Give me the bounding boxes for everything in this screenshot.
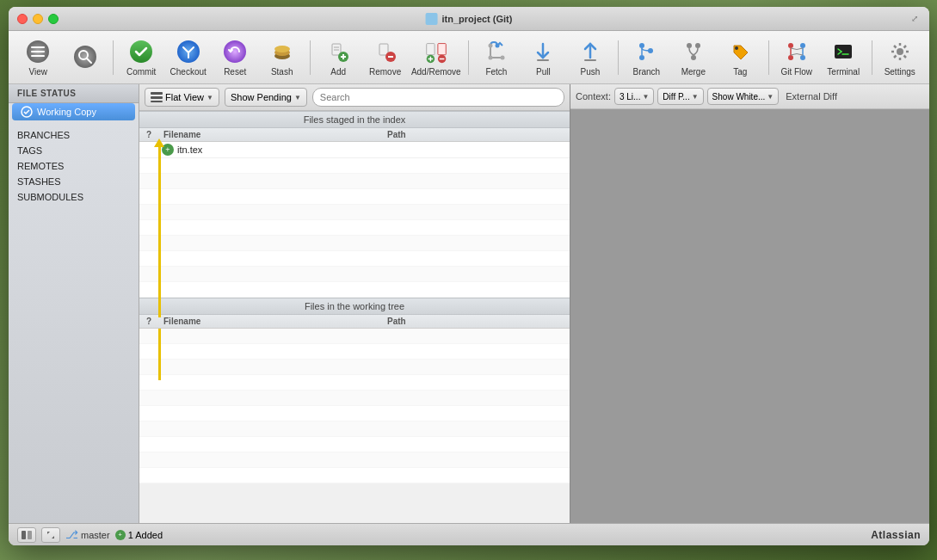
pull-button[interactable]: Pull (521, 35, 566, 80)
fetch-label: Fetch (485, 67, 507, 77)
checkout-icon (175, 38, 202, 65)
toolbar: View (9, 31, 929, 84)
branch-button[interactable]: Branch (624, 35, 669, 80)
resize-icon[interactable]: ⤢ (909, 13, 921, 25)
staged-file-row[interactable]: + itn.tex (139, 142, 570, 158)
stash-button[interactable]: Stash (259, 35, 305, 80)
working-tree-columns: ? Filename Path (139, 315, 570, 329)
whitespace-chevron: ▼ (767, 93, 774, 101)
terminal-icon (829, 38, 857, 65)
staged-file-name: itn.tex (177, 145, 392, 155)
yellow-arrow-line (158, 145, 161, 317)
stash-icon (268, 38, 296, 65)
svg-point-47 (788, 55, 793, 60)
checkout-button[interactable]: Checkout (165, 35, 211, 80)
fetch-button[interactable]: Fetch (474, 35, 520, 80)
title-bar: itn_project (Git) ⤢ (9, 7, 929, 31)
tag-button[interactable]: Tag (718, 35, 763, 80)
staged-files-header: Files staged in the index (139, 111, 570, 128)
branches-label: BRANCHES (17, 130, 70, 140)
diff-panel: Context: 3 Li... ▼ Diff P... ▼ Show Whit… (570, 84, 929, 523)
yellow-arrow-line-2 (158, 329, 161, 380)
flat-view-icon (151, 92, 163, 102)
tag-label: Tag (733, 67, 747, 77)
separator-4 (618, 40, 619, 75)
context-value: 3 Li... (620, 92, 640, 102)
svg-rect-52 (835, 45, 852, 58)
svg-point-44 (691, 55, 696, 60)
push-button[interactable]: Push (568, 35, 613, 80)
file-toolbar: Flat View ▼ Show Pending ▼ (139, 84, 570, 111)
svg-rect-2 (31, 51, 45, 52)
diff-preset-value: Diff P... (663, 92, 689, 102)
minimize-button[interactable] (33, 14, 43, 24)
empty-row (139, 205, 570, 220)
panel-toggle-button[interactable] (17, 527, 36, 543)
maximize-button[interactable] (48, 14, 59, 24)
search-icon (71, 43, 99, 71)
view-button[interactable]: View (15, 35, 61, 80)
commit-button[interactable]: Commit (119, 35, 164, 80)
add-button[interactable]: Add (316, 35, 361, 80)
folder-icon (426, 13, 438, 25)
search-button[interactable] (63, 35, 108, 80)
branch-label: Branch (632, 67, 660, 77)
branch-icon: ⎇ (65, 528, 78, 541)
empty-row (139, 329, 570, 344)
empty-row (139, 174, 570, 189)
expand-button[interactable] (41, 527, 60, 543)
empty-row (139, 282, 570, 298)
branch-name: master (81, 530, 110, 540)
sidebar-item-working-copy[interactable]: Working Copy (12, 103, 135, 120)
context-label: Context: (576, 91, 611, 102)
sidebar-item-stashes[interactable]: STASHES (9, 174, 139, 189)
wt-path-col-header: Path (387, 317, 563, 326)
add-remove-button[interactable]: Add/Remove (410, 35, 463, 80)
context-dropdown[interactable]: 3 Li... ▼ (614, 88, 654, 105)
flat-view-dropdown[interactable]: Flat View ▼ (145, 88, 219, 107)
whitespace-value: Show White... (712, 92, 766, 102)
svg-point-31 (488, 56, 492, 60)
terminal-button[interactable]: Terminal (821, 35, 866, 80)
close-button[interactable] (17, 14, 28, 24)
context-chevron: ▼ (642, 93, 649, 101)
separator-1 (113, 40, 114, 75)
pull-icon (529, 38, 557, 65)
svg-point-7 (130, 40, 152, 63)
stash-label: Stash (271, 67, 293, 77)
merge-button[interactable]: Merge (671, 35, 717, 80)
svg-rect-23 (426, 44, 434, 55)
sidebar-item-remotes[interactable]: REMOTES (9, 158, 139, 174)
tag-icon (726, 38, 754, 65)
sidebar-item-branches[interactable]: BRANCHES (9, 127, 139, 143)
panel-toggle-icon (21, 530, 33, 540)
checkout-label: Checkout (170, 67, 207, 77)
git-flow-label: Git Flow (780, 67, 812, 77)
svg-point-38 (639, 43, 644, 48)
svg-point-33 (495, 44, 499, 48)
sidebar-item-submodules[interactable]: SUBMODULES (9, 189, 139, 205)
diff-preset-chevron: ▼ (692, 93, 699, 101)
empty-row (139, 406, 570, 422)
stashes-label: STASHES (17, 176, 61, 187)
search-input[interactable] (312, 88, 564, 107)
view-icon (24, 38, 52, 65)
branch-icon (632, 38, 660, 65)
remove-button[interactable]: Remove (362, 35, 408, 80)
svg-rect-59 (22, 531, 26, 539)
reset-button[interactable]: Reset (213, 35, 258, 80)
empty-row (139, 422, 570, 437)
show-pending-dropdown[interactable]: Show Pending ▼ (225, 88, 307, 107)
svg-point-45 (735, 46, 738, 50)
whitespace-dropdown[interactable]: Show White... ▼ (707, 88, 780, 105)
flat-view-label: Flat View (165, 92, 204, 102)
settings-button[interactable]: Settings (877, 35, 922, 80)
added-count: 1 Added (128, 530, 163, 540)
git-flow-icon (783, 38, 811, 65)
status-bar: ⎇ master + 1 Added Atlassian (9, 523, 929, 545)
sidebar-item-tags[interactable]: TAGS (9, 143, 139, 158)
git-flow-button[interactable]: Git Flow (774, 35, 820, 80)
filename-col-header: Filename (163, 130, 387, 139)
added-dot-icon: + (115, 530, 126, 540)
diff-preset-dropdown[interactable]: Diff P... ▼ (657, 88, 703, 105)
